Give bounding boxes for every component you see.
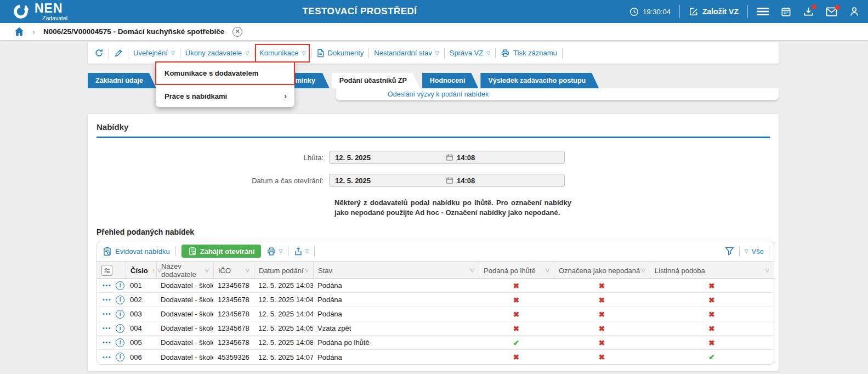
calendar-icon[interactable] [446, 177, 453, 184]
komunikace-dropdown-menu: Komunikace s dodavatelem Práce s nabídka… [156, 62, 294, 107]
edit-record-button[interactable] [114, 49, 123, 58]
cell-ico: 12345678 [213, 281, 254, 290]
table-row[interactable]: ••• i 004 Dodavatel - školení 5 12345678… [97, 321, 774, 336]
menu-uverejneni[interactable]: Uveřejnění▽ [133, 49, 175, 57]
column-header-podana-po-lhute[interactable]: Podaná po lhůtě▽ [479, 262, 554, 279]
menu-item-prace-s-nabidkami[interactable]: Práce s nabídkami › [156, 84, 294, 107]
filter-scope-dropdown[interactable]: ▽ Vše [745, 247, 764, 256]
column-filter-icon[interactable]: ▽ [205, 268, 209, 273]
row-actions-icon[interactable]: ••• [103, 339, 111, 345]
otevirani-date-value[interactable]: 12. 5. 2025 [330, 177, 446, 185]
export-icon [294, 247, 303, 256]
menu-nestandardni-stav[interactable]: Nestandardní stav▽ [374, 49, 439, 57]
cell-stav: Podána [313, 296, 479, 304]
pencil-icon [114, 49, 123, 58]
row-info-icon[interactable]: i [116, 310, 124, 319]
column-header-oznacena-nepodana[interactable]: Označena jako nepodaná▽ [554, 262, 650, 279]
document-icon [316, 49, 325, 58]
print-record-button[interactable]: Tisk záznamu [501, 49, 557, 58]
export-table-button[interactable]: ▽ [294, 247, 309, 256]
divider [288, 246, 288, 256]
divider [368, 48, 369, 58]
column-filter-icon[interactable]: ▽ [305, 268, 309, 273]
cell-ico: 12345678 [213, 296, 254, 304]
main-menu-button[interactable] [757, 7, 769, 16]
tab-podani-ucastniku-zp[interactable]: Podání účastníků ZP [332, 73, 420, 88]
table-row[interactable]: ••• i 002 Dodavatel - školení 3 12345678… [97, 293, 774, 307]
cell-stav: Podána [313, 281, 479, 290]
lhuta-date-value[interactable]: 12. 5. 2025 [330, 154, 446, 162]
table-row[interactable]: ••• i 006 Dodavatel - školení 6 45359326… [97, 350, 774, 364]
row-info-icon[interactable]: i [116, 281, 124, 290]
subnav-link-odeslani-vyzvy[interactable]: Odeslání výzvy k podání nabídek [388, 88, 489, 100]
user-profile-button[interactable] [849, 7, 859, 16]
mark-podana-po-lhute: ✖ [513, 282, 519, 290]
menu-komunikace[interactable]: Komunikace▽ [259, 49, 305, 57]
cell-stav: Podána [313, 310, 479, 318]
table-row[interactable]: ••• i 005 Dodavatel - školení 5 12345678… [97, 336, 774, 350]
tab-vysledek-zadavaciho-postupu[interactable]: Výsledek zadávacího postupu [480, 73, 599, 88]
cell-ico: 12345678 [213, 324, 254, 332]
cell-nazev-dodavatele: Dodavatel - školení 5 [156, 338, 213, 347]
home-icon[interactable] [14, 27, 24, 36]
tab-zakladni-udaje[interactable]: Základní údaje [88, 73, 156, 88]
filter-button[interactable] [725, 247, 734, 256]
menu-item-komunikace-s-dodavatelem[interactable]: Komunikace s dodavatelem [156, 62, 294, 84]
offers-table-body: ••• i 001 Dodavatel - školení 2 12345678… [97, 279, 774, 364]
evidovat-nabidku-button[interactable]: Evidovat nabídku [103, 247, 170, 256]
zahajit-otevirani-button[interactable]: Zahájit otevírání [181, 245, 262, 258]
user-icon [849, 7, 859, 16]
calendar-icon[interactable] [446, 154, 453, 161]
breadcrumb-record[interactable]: N006/25/V00004575 - Domácí kuchyňské spo… [43, 27, 224, 36]
column-header-stav[interactable]: Stav▽ [313, 262, 479, 279]
table-row[interactable]: ••• i 001 Dodavatel - školení 2 12345678… [97, 279, 774, 293]
column-settings-icon[interactable] [101, 265, 112, 276]
print-table-button[interactable]: ▽ [266, 247, 282, 256]
cell-ico: 45359326 [213, 353, 254, 361]
cell-cislo: 004 [126, 324, 156, 332]
cell-datum-podani: 12. 5. 2025 14:04 [254, 296, 313, 304]
section-underline [97, 137, 770, 138]
refresh-icon [94, 48, 104, 58]
field-label: Datum a čas otevírání: [88, 177, 329, 185]
column-filter-icon[interactable]: ▽ [546, 268, 549, 273]
column-header-ico[interactable]: IČO▽ [213, 262, 254, 279]
row-info-icon[interactable]: i [116, 353, 124, 361]
column-filter-icon[interactable]: ▽ [246, 268, 249, 273]
table-row[interactable]: ••• i 003 Dodavatel - školení 4 12345678… [97, 307, 774, 321]
tab-hodnoceni[interactable]: Hodnocení [422, 73, 479, 88]
messages-button[interactable] [826, 7, 837, 16]
row-info-icon[interactable]: i [116, 338, 124, 347]
menu-dokumenty[interactable]: Dokumenty [316, 49, 364, 58]
chevron-right-icon: › [284, 92, 287, 100]
row-actions-icon[interactable]: ••• [103, 325, 111, 331]
calendar-button[interactable] [781, 7, 791, 17]
column-filter-icon[interactable]: ▽ [765, 268, 769, 273]
otevirani-datetime-input[interactable]: 12. 5. 2025 14:08 [329, 174, 565, 187]
row-info-icon[interactable]: i [116, 296, 124, 304]
nen-logo[interactable]: NEN Zadavatel [0, 2, 67, 21]
lhuta-time-value[interactable]: 14:08 [457, 154, 475, 162]
refresh-button[interactable] [94, 48, 104, 58]
menu-ukony-zadavatele[interactable]: Úkony zadavatele▽ [185, 49, 249, 57]
column-header-cislo[interactable]: Číslo ↑ ▽ [126, 262, 156, 279]
breadcrumb: › N006/25/V00004575 - Domácí kuchyňské s… [0, 23, 868, 40]
close-record-icon[interactable]: ✕ [232, 27, 242, 37]
otevirani-time-value[interactable]: 14:08 [457, 177, 475, 185]
column-filter-icon[interactable]: ▽ [642, 268, 645, 273]
mark-podana-po-lhute: ✖ [513, 353, 519, 361]
lhuta-datetime-input[interactable]: 12. 5. 2025 14:08 [329, 151, 565, 164]
column-header-listinna-podoba[interactable]: Listinná podoba▽ [650, 262, 774, 279]
row-actions-icon[interactable]: ••• [103, 297, 111, 303]
row-actions-icon[interactable]: ••• [103, 311, 111, 317]
row-actions-icon[interactable]: ••• [103, 282, 111, 288]
mark-podana-po-lhute: ✔ [513, 339, 519, 347]
column-header-datum[interactable]: Datum podání▽ [254, 262, 313, 279]
create-vz-button[interactable]: Založit VZ [689, 7, 739, 16]
row-actions-icon[interactable]: ••• [103, 354, 111, 360]
column-header-nazev[interactable]: Název dodavatele▽ [156, 262, 213, 279]
column-filter-icon[interactable]: ▽ [470, 268, 474, 273]
row-info-icon[interactable]: i [116, 324, 124, 333]
menu-sprava-vz[interactable]: Správa VZ▽ [450, 49, 490, 57]
downloads-button[interactable] [803, 7, 814, 17]
